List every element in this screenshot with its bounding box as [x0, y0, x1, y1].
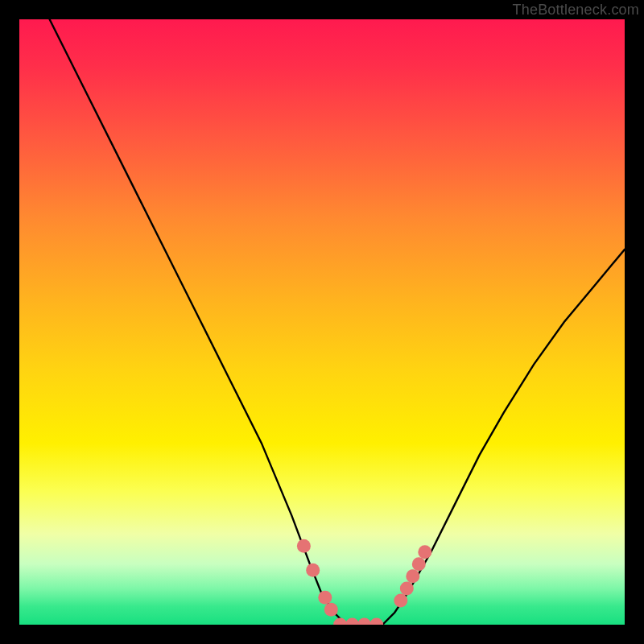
marker-point — [412, 557, 426, 571]
marker-point — [297, 539, 311, 553]
marker-point — [357, 618, 371, 625]
marker-point — [394, 593, 407, 607]
marker-point — [400, 581, 414, 595]
bottleneck-curve — [50, 19, 625, 625]
chart-svg — [19, 19, 625, 625]
marker-point — [345, 618, 359, 625]
marker-point — [333, 618, 347, 625]
plot-area — [19, 19, 625, 625]
marker-point — [318, 591, 332, 605]
marker-point — [406, 569, 419, 583]
marker-point — [369, 618, 383, 625]
watermark-text: TheBottleneck.com — [513, 2, 639, 19]
outer-frame: TheBottleneck.com — [0, 0, 644, 644]
marker-point — [306, 564, 320, 577]
marker-point — [324, 603, 338, 617]
marker-point — [418, 545, 431, 559]
